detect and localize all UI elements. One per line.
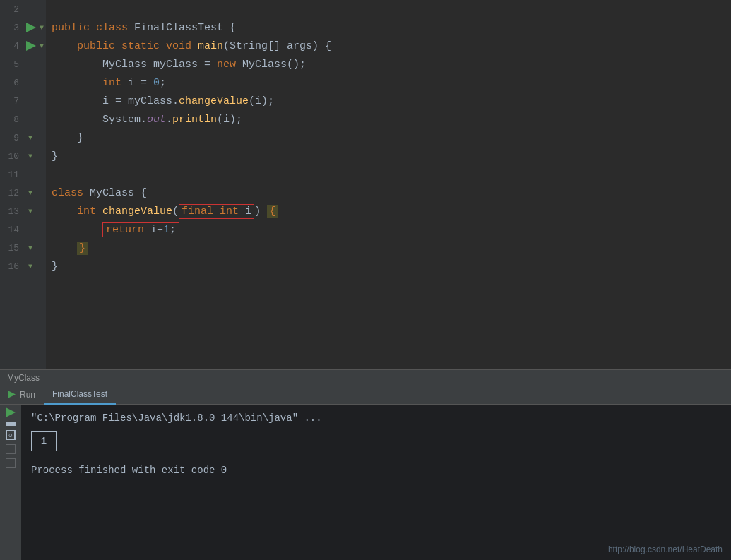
line-num-11: 11 [0,169,25,180]
line-num-13: 13 [0,206,25,217]
console-output: "C:\Program Files\Java\jdk1.8.0_144\bin\… [21,405,731,560]
line-num-12: 12 [0,188,25,198]
gutter-row-8: 8 [0,110,46,129]
fold-10[interactable]: ▼ [25,150,36,162]
line-num-4: 4 [0,41,25,52]
code-container: 2 3 ▼ 4 ▼ 5 6 [0,0,731,369]
gutter-row-13: 13 ▼ [0,202,46,220]
brace-3: { [230,22,236,34]
code-line-2 [52,0,731,18]
kw-int-13: int [77,205,102,218]
code-line-11 [52,165,731,184]
kw-int-6: int [102,77,128,89]
code-line-8: System.out.println(i); [52,110,731,129]
gutter-row-7: 7 [0,92,46,110]
gutter-row-14: 14 [0,220,46,239]
stop-button[interactable] [6,422,16,426]
fold-13[interactable]: ▼ [25,205,36,217]
classname-3: FinalClassTest [134,22,230,34]
code-line-12: class MyClass { [52,184,731,202]
tab-run-label: Run [20,390,35,400]
fold-12[interactable]: ▼ [25,187,36,198]
line-num-7: 7 [0,96,25,107]
fold-16[interactable]: ▼ [25,261,36,272]
line-num-3: 3 [0,23,25,33]
line-num-5: 5 [0,59,25,70]
rerun-button[interactable]: ↺ [6,430,16,440]
code-line-4: public static void main(String[] args) { [52,37,731,55]
code-line-6: int i = 0; [52,73,731,92]
code-line-9: } [52,129,731,147]
fold-9[interactable]: ▼ [25,132,36,143]
run-tab-icon [8,391,16,398]
settings-button[interactable] [6,444,16,454]
gutter-row-2: 2 [0,0,46,18]
line-num-9: 9 [0,133,25,143]
code-line-7: i = myClass.changeValue(i); [52,92,731,110]
tab-run[interactable]: Run [0,385,44,405]
line-num-15: 15 [0,243,25,254]
watermark-text: http://blog.csdn.net/HeatDeath [608,544,723,554]
gutter-row-16: 16 ▼ [0,257,46,275]
gutter-row-15: 15 ▼ [0,239,46,257]
breadcrumb-bar: MyClass [0,369,731,385]
line-gutter: 2 3 ▼ 4 ▼ 5 6 [0,0,46,369]
gutter-row-6: 6 [0,73,46,92]
method-changevalue: changeValue [102,205,172,218]
fold-15[interactable]: ▼ [25,242,36,254]
console-number-line: 1 [31,429,721,454]
method-main: main [198,40,223,52]
process-status: Process finished with exit code 0 [31,465,227,476]
editor-area: 2 3 ▼ 4 ▼ 5 6 [0,0,731,385]
fold-2 [25,4,36,15]
gutter-row-12: 12 ▼ [0,184,46,202]
panel-sidebar: ↺ [0,405,21,560]
java-command-text: "C:\Program Files\Java\jdk1.8.0_144\bin\… [31,412,322,424]
run-button[interactable] [6,407,16,417]
tab-filename-label: FinalClassTest [52,389,107,399]
code-line-3: public class FinalClassTest { [52,18,731,37]
line-num-10: 10 [0,151,25,162]
line-num-14: 14 [0,225,25,235]
code-line-13: int changeValue(final int i) { [52,202,731,220]
code-line-16: } [52,257,731,275]
output-number-box: 1 [31,431,57,451]
line-num-16: 16 [0,261,25,272]
console-process-line: Process finished with exit code 0 [31,460,721,481]
line-num-2: 2 [0,4,25,15]
panel-tabs: Run FinalClassTest [0,385,731,405]
fold-3[interactable]: ▼ [36,22,47,33]
line-num-6: 6 [0,78,25,88]
gutter-row-4: 4 ▼ [0,37,46,55]
kw-class-3: class [96,22,134,34]
gutter-row-3: 3 ▼ [0,18,46,37]
breadcrumb: MyClass [7,373,40,383]
fold-4[interactable]: ▼ [36,40,47,52]
highlight-return: return i+1; [102,222,179,237]
code-line-10: } [52,147,731,165]
gutter-row-10: 10 ▼ [0,147,46,165]
code-lines[interactable]: public class FinalClassTest { public sta… [46,0,731,369]
bottom-wrapper: Run FinalClassTest ↺ "C:\Program Files\J… [0,385,731,560]
gutter-row-5: 5 [0,55,46,73]
watermark: http://blog.csdn.net/HeatDeath [608,544,723,554]
highlight-params: final int i [179,204,254,219]
console-java-cmd: "C:\Program Files\Java\jdk1.8.0_144\bin\… [31,410,721,426]
code-line-15: } [52,239,731,257]
kw-public-3: public [52,22,96,34]
run-icon-3[interactable] [26,23,36,32]
code-line-5: MyClass myClass = new MyClass(); [52,55,731,73]
closing-brace-15: } [77,242,88,255]
pin-button[interactable] [6,458,16,468]
tab-finalclasstest[interactable]: FinalClassTest [44,385,116,405]
code-line-14: return i+1; [52,220,731,239]
line-num-8: 8 [0,114,25,125]
panel-content: ↺ "C:\Program Files\Java\jdk1.8.0_144\bi… [0,405,731,560]
bottom-panel: Run FinalClassTest ↺ "C:\Program Files\J… [0,385,731,560]
gutter-row-9: 9 ▼ [0,129,46,147]
run-icon-4[interactable] [26,41,36,51]
gutter-row-11: 11 [0,165,46,184]
